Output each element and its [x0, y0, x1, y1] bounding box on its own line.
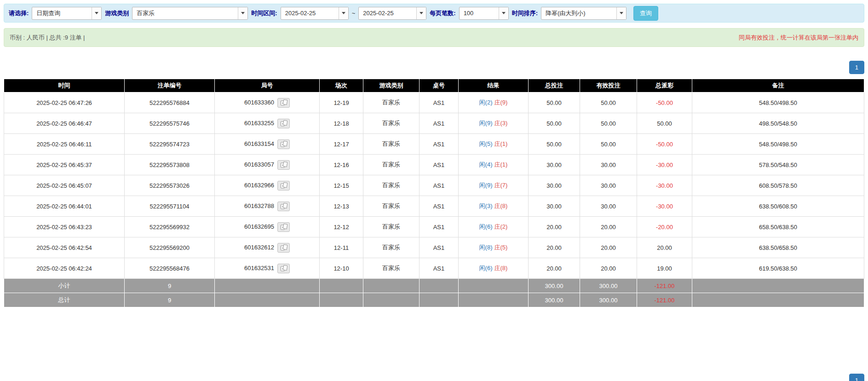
cell-valid-bet: 30.00	[580, 196, 637, 217]
table-row: 2025-02-25 06:46:11 522295574723 6016331…	[4, 134, 864, 155]
query-type-combobox[interactable]: 日期查询	[32, 7, 102, 20]
date-to-picker[interactable]: 2025-02-25	[358, 7, 426, 20]
cell-result: 闲(9)庄(7)	[459, 175, 529, 196]
query-type-value: 日期查询	[32, 7, 92, 19]
summary-bar: 币别 : 人民币 | 总共 :9 注单 | 同局有效投注，统一计算在该局第一张注…	[4, 28, 864, 47]
view-cards-button[interactable]	[277, 139, 290, 149]
cell-payout: 19.00	[637, 258, 692, 279]
cell-table: AS1	[420, 113, 459, 134]
result-banker: 庄(1)	[494, 140, 508, 147]
cell-remark: 548.50/498.50	[692, 92, 864, 113]
cell-payout: -30.00	[637, 196, 692, 217]
cell-session: 12-15	[320, 175, 363, 196]
query-type-dropdown-button[interactable]	[92, 7, 101, 19]
cell-round: 601632612	[215, 237, 320, 258]
cell-round: 601633255	[215, 113, 320, 134]
round-number: 601632612	[244, 243, 274, 250]
cell-session: 12-12	[320, 217, 363, 237]
subtotal-empty-cell	[692, 279, 864, 293]
grand-total-empty-cell	[215, 293, 320, 307]
result-player: 闲(5)	[479, 140, 493, 147]
grand-total-empty-cell	[459, 293, 529, 307]
cell-remark: 619.50/638.50	[692, 258, 864, 279]
table-row: 2025-02-25 06:42:24 522295568476 6016325…	[4, 258, 864, 279]
sort-combobox[interactable]: 降幂(由大到小)	[541, 7, 627, 20]
filter-bar: 请选择: 日期查询 游戏类别 百家乐 时间区间: 2025-02-25 ~ 20…	[4, 4, 864, 23]
table-row: 2025-02-25 06:43:23 522295569932 6016326…	[4, 217, 864, 237]
view-cards-button[interactable]	[277, 181, 290, 190]
date-to-dropdown-button[interactable]	[416, 7, 426, 19]
cell-valid-bet: 50.00	[580, 92, 637, 113]
select-label: 请选择:	[9, 9, 29, 17]
cell-time: 2025-02-25 06:42:24	[4, 258, 125, 279]
notice-text: 同局有效投注，统一计算在该局第一张注单内	[739, 34, 858, 42]
subtotal-empty-cell	[215, 279, 320, 293]
game-type-combobox[interactable]: 百家乐	[132, 7, 248, 20]
bet-records-table: 时间 注单编号 局号 场次 游戏类别 桌号 结果 总投注 有效投注 总派彩 备注…	[4, 79, 864, 307]
sort-dropdown-button[interactable]	[616, 7, 626, 19]
grand-total-label: 总计	[4, 293, 125, 307]
table-row: 2025-02-25 06:42:54 522295569200 6016326…	[4, 237, 864, 258]
grand-total-empty-cell	[320, 293, 363, 307]
round-number: 601633154	[244, 140, 274, 147]
result-banker: 庄(1)	[494, 161, 508, 168]
cell-round: 601632788	[215, 196, 320, 217]
result-player: 闲(4)	[479, 161, 493, 168]
view-cards-button[interactable]	[277, 202, 290, 211]
date-from-picker[interactable]: 2025-02-25	[281, 7, 349, 20]
cell-valid-bet: 20.00	[580, 217, 637, 237]
cell-game-type: 百家乐	[363, 134, 420, 155]
playing-cards-icon	[280, 99, 287, 106]
grand-total-payout: -121.00	[637, 293, 692, 307]
cell-session: 12-17	[320, 134, 363, 155]
view-cards-button[interactable]	[277, 98, 290, 108]
result-banker: 庄(7)	[494, 182, 508, 189]
cell-bet-id: 522295573808	[125, 155, 215, 175]
cell-payout: -50.00	[637, 134, 692, 155]
result-player: 闲(9)	[479, 120, 493, 127]
pagination-bottom: 1	[849, 374, 864, 381]
header-table: 桌号	[420, 79, 459, 92]
result-player: 闲(9)	[479, 182, 493, 189]
cell-remark: 658.50/638.50	[692, 217, 864, 237]
cell-game-type: 百家乐	[363, 217, 420, 237]
cell-game-type: 百家乐	[363, 155, 420, 175]
cell-payout: 50.00	[637, 113, 692, 134]
table-row: 2025-02-25 06:44:01 522295571104 6016327…	[4, 196, 864, 217]
playing-cards-icon	[280, 265, 287, 271]
date-from-dropdown-button[interactable]	[339, 7, 348, 19]
view-cards-button[interactable]	[277, 264, 290, 273]
cell-payout: -50.00	[637, 92, 692, 113]
cell-round: 601632966	[215, 175, 320, 196]
cell-table: AS1	[420, 237, 459, 258]
query-button[interactable]: 查询	[633, 6, 658, 21]
cell-remark: 608.50/578.50	[692, 175, 864, 196]
cell-bet-id: 522295569200	[125, 237, 215, 258]
grand-total-total-bet: 300.00	[529, 293, 580, 307]
table-row: 2025-02-25 06:47:26 522295576884 6016333…	[4, 92, 864, 113]
header-payout: 总派彩	[637, 79, 692, 92]
chevron-down-icon	[420, 12, 423, 14]
cell-time: 2025-02-25 06:46:11	[4, 134, 125, 155]
cell-session: 12-18	[320, 113, 363, 134]
subtotal-empty-cell	[363, 279, 420, 293]
view-cards-button[interactable]	[277, 160, 290, 170]
view-cards-button[interactable]	[277, 243, 290, 253]
cell-remark: 498.50/548.50	[692, 113, 864, 134]
game-type-dropdown-button[interactable]	[238, 7, 247, 19]
cell-result: 闲(9)庄(3)	[459, 113, 529, 134]
page-1-button[interactable]: 1	[849, 61, 864, 74]
page-1-button[interactable]: 1	[849, 374, 864, 381]
header-game-type: 游戏类别	[363, 79, 420, 92]
cell-game-type: 百家乐	[363, 175, 420, 196]
view-cards-button[interactable]	[277, 119, 290, 128]
cell-remark: 578.50/548.50	[692, 155, 864, 175]
per-page-dropdown-button[interactable]	[499, 7, 508, 19]
per-page-combobox[interactable]: 100	[459, 7, 509, 20]
playing-cards-icon	[280, 244, 287, 251]
sort-value: 降幂(由大到小)	[541, 7, 616, 19]
view-cards-button[interactable]	[277, 222, 290, 232]
cell-time: 2025-02-25 06:45:07	[4, 175, 125, 196]
subtotal-row: 小计 9 300.00 300.00 -121.00	[4, 279, 864, 293]
playing-cards-icon	[280, 162, 287, 168]
